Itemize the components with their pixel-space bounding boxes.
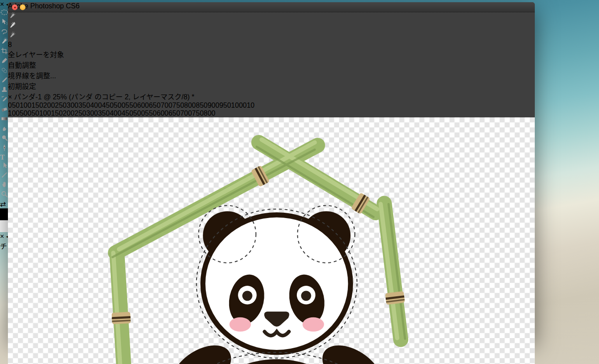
ruler-label: 300 (86, 109, 98, 117)
ruler-label: 100 (8, 109, 20, 117)
ruler-label: 800 (204, 109, 215, 117)
ruler-label: 550 (145, 109, 157, 117)
vertical-ruler[interactable]: 1005005010015020025030035040045050055060… (8, 109, 535, 117)
ruler-label: 550 (125, 102, 137, 109)
ruler-label: 50 (31, 109, 39, 117)
ruler-label: 200 (43, 102, 55, 109)
ruler-label: 450 (121, 109, 133, 117)
ruler-label: 950 (219, 102, 231, 109)
document-tab[interactable]: × パンダ-1 @ 25% (パンダ のコピー 2, レイヤーマスク/8) * (8, 91, 535, 102)
horizontal-ruler[interactable]: 0501001502002503003504004505005506006507… (8, 102, 535, 109)
auto-enhance-label: 自動調整 (8, 62, 36, 69)
document-area: × パンダ-1 @ 25% (パンダ のコピー 2, レイヤーマスク/8) * … (8, 91, 535, 364)
title-bar[interactable]: Adobe Photoshop CS6 (8, 2, 535, 12)
add-to-selection-button[interactable] (8, 22, 535, 31)
ruler-label: 150 (51, 109, 63, 117)
ruler-label: 600 (137, 102, 149, 109)
new-selection-button[interactable] (8, 12, 535, 22)
brush-selection-icon (8, 12, 17, 20)
ruler-label: 200 (63, 109, 75, 117)
brush-add-icon (8, 22, 17, 29)
workspace-preset-value: 初期設定 (8, 83, 36, 90)
ruler-label: 350 (78, 102, 90, 109)
subtract-from-selection-button[interactable] (8, 31, 535, 41)
ruler-label: 700 (161, 102, 172, 109)
ruler-label: 850 (196, 102, 208, 109)
ruler-label: 750 (192, 109, 204, 117)
close-icon[interactable]: × (0, 0, 4, 8)
pasteboard[interactable] (8, 117, 535, 364)
ruler-label: 400 (90, 102, 102, 109)
auto-enhance-checkbox[interactable]: 自動調整 (8, 59, 535, 70)
ruler-label: 350 (98, 109, 110, 117)
ruler-label: 300 (67, 102, 79, 109)
ruler-label: 10 (247, 102, 255, 109)
ruler-label: 150 (31, 102, 43, 109)
ruler-label: 450 (102, 102, 114, 109)
ruler-label: 500 (113, 102, 125, 109)
ruler-label: 800 (184, 102, 196, 109)
refine-edge-button[interactable]: 境界線を調整... (8, 70, 535, 80)
sample-all-layers-label: 全レイヤーを対象 (8, 51, 64, 58)
ruler-label: 1000 (231, 102, 247, 109)
tool-options-bar: 8 全レイヤーを対象 自動調整 境界線を調整... 初期設定 (8, 2, 535, 91)
ruler-label: 100 (39, 109, 51, 117)
ruler-label: 0 (8, 102, 12, 109)
brush-size-picker[interactable]: 8 (8, 41, 535, 49)
close-window-button[interactable] (12, 4, 18, 10)
ruler-label: 650 (149, 102, 161, 109)
canvas-artwork (8, 117, 535, 364)
close-tab-icon[interactable]: × (8, 93, 12, 101)
ruler-label: 250 (55, 102, 67, 109)
ruler-label: 650 (168, 109, 180, 117)
desktop: Adobe Photoshop CS6 (0, 0, 599, 364)
canvas[interactable] (8, 117, 535, 364)
sample-all-layers-checkbox[interactable]: 全レイヤーを対象 (8, 49, 535, 59)
brush-subtract-icon (8, 31, 17, 39)
window-title: Adobe Photoshop CS6 (8, 2, 535, 10)
photoshop-window: Adobe Photoshop CS6 (8, 2, 535, 339)
ruler-label: 50 (20, 109, 28, 117)
swap-colors-icon[interactable]: ⇄ (0, 200, 6, 208)
ruler-label: 900 (208, 102, 219, 109)
close-icon[interactable]: × (0, 233, 4, 240)
ruler-label: 500 (133, 109, 145, 117)
ruler-label: 700 (180, 109, 192, 117)
workspace-preset-select[interactable]: 初期設定 (8, 80, 535, 91)
ruler-label: 50 (12, 102, 20, 109)
minimize-window-button[interactable] (20, 4, 26, 10)
ruler-label: 250 (74, 109, 86, 117)
ruler-label: 400 (110, 109, 121, 117)
brush-size-value: 8 (8, 41, 12, 48)
ruler-label: 100 (20, 102, 32, 109)
document-tab-bar: × パンダ-1 @ 25% (パンダ のコピー 2, レイヤーマスク/8) * (8, 91, 535, 102)
ruler-label: 600 (157, 109, 168, 117)
ruler-label: 750 (172, 102, 184, 109)
zoom-window-button[interactable] (28, 4, 33, 10)
document-tab-title: パンダ-1 @ 25% (パンダ のコピー 2, レイヤーマスク/8) * (14, 93, 194, 101)
